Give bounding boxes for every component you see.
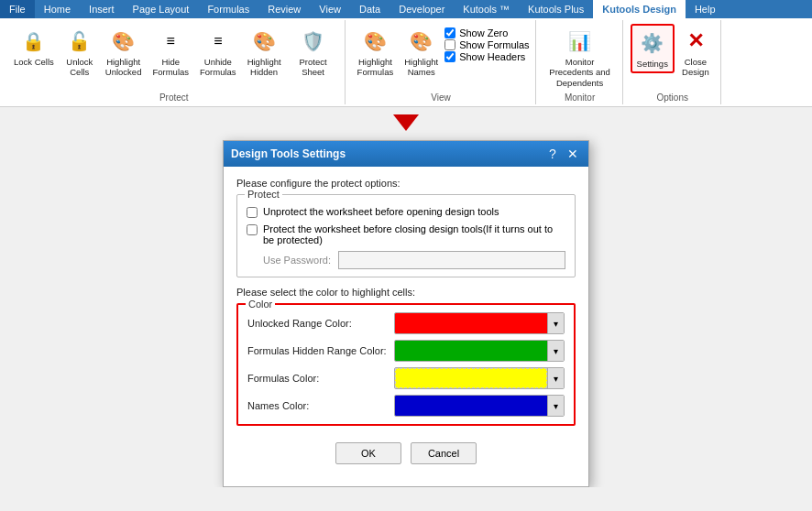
tab-home[interactable]: Home — [35, 0, 80, 18]
lock-cells-label: Lock Cells — [14, 57, 54, 67]
tab-kutools-design[interactable]: Kutools Design — [593, 0, 686, 18]
formulas-color-label: Formulas Color: — [247, 373, 394, 384]
tab-developer[interactable]: Developer — [390, 0, 454, 18]
dialog-title: Design Tools Settings — [231, 147, 346, 160]
protect-section-box: Protect Unprotect the worksheet before o… — [236, 194, 576, 277]
protect-intro: Please configure the protect options: — [236, 178, 576, 189]
show-zero-row[interactable]: Show Zero — [444, 27, 529, 38]
monitor-group-items: 📊 Monitor Precedents and Dependents — [543, 24, 617, 91]
show-formulas-checkbox[interactable] — [444, 39, 455, 50]
cancel-button[interactable]: Cancel — [411, 442, 477, 464]
formulas-color-swatch-container[interactable]: ▾ — [394, 367, 565, 389]
design-tools-settings-dialog: Design Tools Settings ? ✕ Please configu… — [223, 140, 589, 487]
protect-group-label: Protect — [9, 92, 339, 103]
settings-label: Settings — [637, 59, 668, 69]
unlock-cells-icon: 🔓 — [65, 27, 94, 56]
unhide-formulas-button[interactable]: ≡ UnhideFormulas — [195, 24, 241, 81]
arrow-indicator — [0, 107, 812, 131]
names-color-swatch — [395, 396, 547, 416]
highlight-formulas-icon: 🎨 — [360, 27, 390, 56]
highlight-formulas-button[interactable]: 🎨 HighlightFormulas — [353, 24, 399, 81]
close-design-icon: ✕ — [681, 27, 710, 56]
names-color-dropdown[interactable]: ▾ — [547, 396, 564, 416]
ribbon: File Home Insert Page Layout Formulas Re… — [0, 0, 812, 107]
lock-cells-button[interactable]: 🔒 Lock Cells — [9, 24, 59, 70]
highlight-unlocked-button[interactable]: 🎨 HighlightUnlocked — [101, 24, 147, 81]
monitor-precedents-label: Monitor Precedents and Dependents — [548, 57, 612, 88]
password-label: Use Password: — [263, 255, 331, 266]
tab-help[interactable]: Help — [686, 0, 725, 18]
highlight-hidden-button[interactable]: 🎨 HighlightHidden — [243, 24, 286, 81]
unprotect-checkbox[interactable] — [247, 207, 258, 218]
settings-button[interactable]: ⚙️ Settings — [631, 24, 675, 73]
dialog-help-icon[interactable]: ? — [544, 146, 561, 162]
formulas-hidden-color-swatch-container[interactable]: ▾ — [394, 340, 565, 362]
hide-formulas-button[interactable]: ≡ HideFormulas — [148, 24, 193, 81]
show-zero-label: Show Zero — [459, 27, 508, 38]
highlight-names-button[interactable]: 🎨 HighlightNames — [400, 24, 443, 81]
tab-view[interactable]: View — [310, 0, 350, 18]
password-input[interactable] — [338, 251, 565, 269]
tab-file[interactable]: File — [0, 0, 35, 18]
unprotect-checkbox-row[interactable]: Unprotect the worksheet before opening d… — [247, 206, 565, 218]
formulas-color-row: Formulas Color: ▾ — [247, 367, 565, 389]
highlight-formulas-label: HighlightFormulas — [357, 57, 394, 78]
formulas-hidden-color-dropdown[interactable]: ▾ — [547, 341, 564, 361]
highlight-hidden-icon: 🎨 — [249, 27, 279, 56]
protect-on-close-label: Protect the worksheet before closing des… — [263, 223, 565, 245]
monitor-precedents-button[interactable]: 📊 Monitor Precedents and Dependents — [543, 24, 617, 91]
protect-on-close-checkbox-row[interactable]: Protect the worksheet before closing des… — [247, 223, 565, 245]
formulas-hidden-color-row: Formulas Hidden Range Color: ▾ — [247, 340, 565, 362]
unlock-cells-button[interactable]: 🔓 UnlockCells — [60, 24, 99, 81]
dialog-title-icons: ? ✕ — [544, 146, 581, 162]
names-color-label: Names Color: — [247, 400, 394, 411]
protect-sheet-label: Protect Sheet — [292, 57, 335, 78]
show-formulas-row[interactable]: Show Formulas — [444, 39, 529, 50]
dialog-close-icon[interactable]: ✕ — [565, 146, 581, 162]
ribbon-body: 🔒 Lock Cells 🔓 UnlockCells 🎨 HighlightUn… — [0, 18, 812, 106]
color-section-box: Color Unlocked Range Color: ▾ Formulas H… — [236, 303, 576, 426]
tab-data[interactable]: Data — [350, 0, 390, 18]
unprotect-label: Unprotect the worksheet before opening d… — [263, 206, 499, 217]
protect-sheet-button[interactable]: 🛡️ Protect Sheet — [288, 24, 339, 81]
unlocked-range-color-row: Unlocked Range Color: ▾ — [247, 312, 565, 334]
tab-page-layout[interactable]: Page Layout — [124, 0, 199, 18]
show-headers-row[interactable]: Show Headers — [444, 51, 529, 62]
names-color-swatch-container[interactable]: ▾ — [394, 395, 565, 417]
tab-formulas[interactable]: Formulas — [198, 0, 258, 18]
hide-formulas-label: HideFormulas — [152, 57, 189, 78]
view-checkboxes: Show Zero Show Formulas Show Headers — [444, 24, 529, 66]
tab-insert[interactable]: Insert — [80, 0, 124, 18]
view-group-label: View — [353, 92, 530, 103]
dialog-title-bar: Design Tools Settings ? ✕ — [224, 141, 588, 167]
protect-group-items: 🔒 Lock Cells 🔓 UnlockCells 🎨 HighlightUn… — [9, 24, 339, 91]
protect-section-title: Protect — [245, 189, 282, 200]
unlocked-range-color-swatch-container[interactable]: ▾ — [394, 312, 565, 334]
formulas-color-swatch — [395, 368, 547, 388]
highlight-unlocked-label: HighlightUnlocked — [105, 57, 142, 78]
ribbon-group-protect: 🔒 Lock Cells 🔓 UnlockCells 🎨 HighlightUn… — [4, 20, 346, 104]
close-design-button[interactable]: ✕ CloseDesign — [676, 24, 715, 81]
show-headers-label: Show Headers — [459, 51, 525, 62]
unlocked-range-color-dropdown[interactable]: ▾ — [547, 313, 564, 333]
tab-kutools[interactable]: Kutools ™ — [454, 0, 519, 18]
formulas-color-dropdown[interactable]: ▾ — [547, 368, 564, 388]
dialog-content: Please configure the protect options: Pr… — [224, 167, 588, 486]
unhide-formulas-label: UnhideFormulas — [200, 57, 236, 78]
unhide-formulas-icon: ≡ — [203, 27, 233, 56]
options-group-label: Options — [631, 92, 715, 103]
tab-kutools-plus[interactable]: Kutools Plus — [519, 0, 593, 18]
formulas-hidden-color-label: Formulas Hidden Range Color: — [247, 345, 394, 356]
show-headers-checkbox[interactable] — [444, 51, 455, 62]
highlight-names-icon: 🎨 — [407, 27, 436, 56]
ok-button[interactable]: OK — [335, 442, 401, 464]
formulas-hidden-color-swatch — [395, 341, 547, 361]
protect-on-close-checkbox[interactable] — [247, 224, 258, 235]
tab-review[interactable]: Review — [258, 0, 310, 18]
dialog-buttons: OK Cancel — [236, 435, 576, 475]
view-group-items: 🎨 HighlightFormulas 🎨 HighlightNames Sho… — [353, 24, 530, 91]
names-color-row: Names Color: ▾ — [247, 395, 565, 417]
ribbon-group-monitor: 📊 Monitor Precedents and Dependents Moni… — [538, 20, 623, 104]
highlight-unlocked-icon: 🎨 — [109, 27, 138, 56]
show-zero-checkbox[interactable] — [444, 27, 455, 38]
